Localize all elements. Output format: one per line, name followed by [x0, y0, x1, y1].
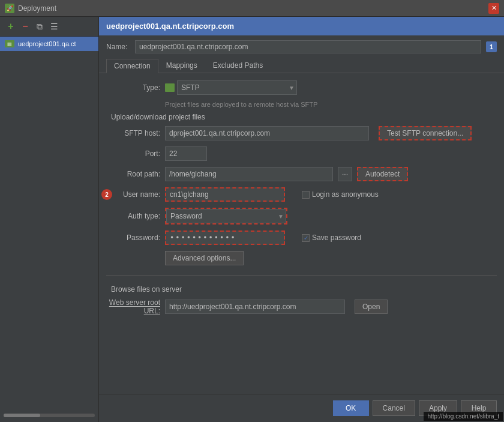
tab-connection[interactable]: Connection — [106, 59, 158, 73]
content-header: uedproject001.qa.nt.ctripcorp.com — [99, 17, 504, 35]
tab-mappings[interactable]: Mappings — [158, 58, 205, 73]
web-server-input[interactable] — [165, 300, 345, 314]
port-input[interactable] — [165, 146, 207, 161]
advanced-row: Advanced options... — [165, 251, 497, 265]
ok-button[interactable]: OK — [333, 400, 369, 416]
save-password-checkbox[interactable] — [302, 234, 310, 242]
auth-type-label: Auth type: — [106, 212, 160, 220]
web-server-row: Web server root URL: Open — [106, 298, 497, 315]
browse-section: Browse files on server Web server root U… — [106, 275, 497, 315]
window-title: Deployment — [18, 4, 56, 13]
watermark: http://blog.csdn.net/slibra_t — [424, 412, 503, 421]
advanced-options-button[interactable]: Advanced options... — [165, 251, 244, 265]
root-path-browse-button[interactable]: ··· — [338, 167, 352, 181]
main-container: + − ⧉ ☰ ▤ uedproject001.qa.ct uedproject… — [0, 17, 504, 422]
sidebar: + − ⧉ ☰ ▤ uedproject001.qa.ct — [0, 17, 99, 422]
sidebar-toolbar: + − ⧉ ☰ — [0, 17, 98, 37]
add-server-button[interactable]: + — [5, 20, 17, 32]
root-path-row: Root path: ··· Autodetect — [106, 167, 497, 181]
scrollbar-thumb — [4, 414, 40, 417]
password-label: Password: — [106, 234, 160, 242]
form-content: Type: SFTP FTP FTPS ▼ Project files are … — [99, 73, 504, 394]
server-icon: ▤ — [5, 40, 14, 47]
web-server-label: Web server root URL: — [106, 298, 160, 315]
login-anon-label: Login as anonymous — [312, 190, 379, 199]
sftp-icon — [165, 83, 175, 92]
name-input[interactable] — [135, 40, 481, 53]
type-row: Type: SFTP FTP FTPS ▼ — [106, 80, 497, 95]
save-password-row: Save password — [302, 234, 361, 242]
cancel-button[interactable]: Cancel — [373, 400, 415, 416]
port-label: Port: — [106, 149, 160, 158]
root-path-label: Root path: — [106, 170, 160, 178]
autodetect-button[interactable]: Autodetect — [357, 167, 408, 181]
name-row: Name: 1 — [99, 35, 504, 56]
tab-excluded-paths[interactable]: Excluded Paths — [205, 58, 271, 73]
server-item-label: uedproject001.qa.ct — [18, 40, 76, 47]
user-name-label: User name: — [106, 190, 160, 199]
tabs-container: Connection Mappings Excluded Paths — [99, 56, 504, 73]
close-button[interactable]: ✕ — [488, 3, 499, 14]
header-title: uedproject001.qa.nt.ctripcorp.com — [106, 22, 234, 31]
password-row: Password: Save password — [106, 231, 497, 245]
remove-server-button[interactable]: − — [19, 20, 31, 32]
name-badge: 1 — [486, 41, 497, 52]
copy-server-button[interactable]: ⧉ — [34, 20, 46, 32]
sftp-host-row: SFTP host: Test SFTP connection... — [106, 126, 497, 140]
name-label: Name: — [106, 43, 130, 51]
login-anon-checkbox[interactable] — [302, 191, 310, 199]
sftp-host-input[interactable] — [165, 126, 369, 140]
auth-type-row: Auth type: Password Key pair ▼ — [106, 208, 497, 225]
content-area: uedproject001.qa.nt.ctripcorp.com Name: … — [99, 17, 504, 422]
type-label: Type: — [106, 83, 160, 92]
type-description: Project files are deployed to a remote h… — [165, 101, 497, 108]
username-input[interactable] — [165, 187, 285, 202]
type-select-wrapper: SFTP FTP FTPS ▼ — [177, 80, 297, 95]
save-password-label: Save password — [312, 234, 361, 242]
app-icon: 🚀 — [5, 4, 14, 13]
type-select[interactable]: SFTP FTP FTPS — [177, 80, 297, 95]
sftp-host-label: SFTP host: — [106, 129, 160, 137]
test-sftp-button[interactable]: Test SFTP connection... — [379, 126, 472, 140]
login-anon-row: Login as anonymous — [302, 190, 379, 199]
browse-section-title: Browse files on server — [111, 285, 497, 294]
upload-section-title: Upload/download project files — [111, 113, 497, 121]
settings-button[interactable]: ☰ — [48, 20, 60, 32]
auth-type-select-wrapper: Password Key pair ▼ — [165, 208, 287, 225]
sidebar-scrollbar[interactable] — [4, 414, 95, 417]
port-row: Port: — [106, 146, 497, 161]
open-button[interactable]: Open — [355, 300, 388, 314]
annotation-badge-2: 2 — [101, 189, 112, 200]
password-input[interactable] — [165, 231, 285, 245]
title-bar: 🚀 Deployment ✕ — [0, 0, 504, 17]
title-bar-left: 🚀 Deployment — [5, 4, 56, 13]
root-path-input[interactable] — [165, 167, 333, 181]
auth-type-select[interactable]: Password Key pair — [166, 209, 286, 223]
username-row: 2 User name: Login as anonymous — [106, 187, 497, 202]
server-list-item[interactable]: ▤ uedproject001.qa.ct — [0, 37, 98, 51]
